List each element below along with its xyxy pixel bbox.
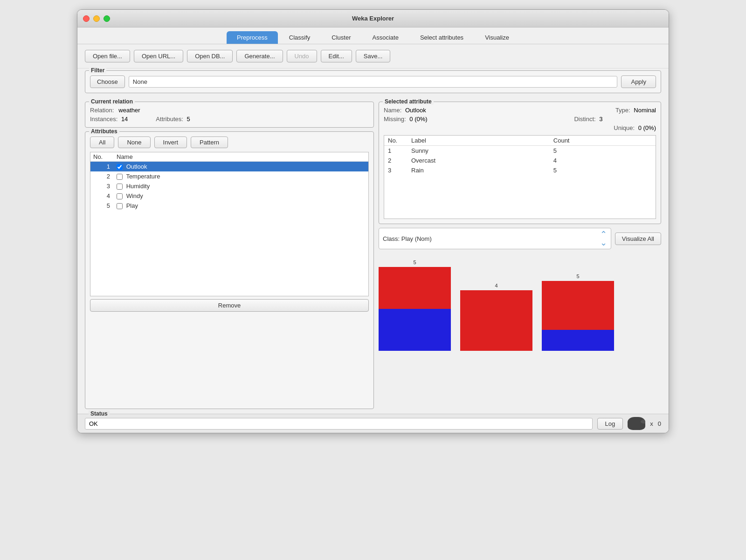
invert-button[interactable]: Invert	[154, 137, 187, 148]
instances-info: Instances: 14	[90, 116, 128, 123]
attr-type-info: Type: Nominal	[521, 107, 656, 114]
pattern-button[interactable]: Pattern	[191, 137, 228, 148]
values-col-count: Count	[550, 136, 656, 146]
attr-name-info: Name: Outlook	[384, 107, 519, 114]
tab-select-attributes[interactable]: Select attributes	[410, 31, 474, 44]
values-table-row: 2 Overcast 4	[384, 156, 656, 165]
values-table-row: 3 Rain 5	[384, 165, 656, 175]
attr-table-row[interactable]: 3 Humidity	[90, 181, 368, 191]
col-name-header: Name	[114, 152, 368, 162]
apply-button[interactable]: Apply	[621, 75, 656, 88]
open-url-button[interactable]: Open URL...	[134, 50, 183, 62]
attr-checkbox-3[interactable]	[117, 184, 123, 190]
toolbar: Open file... Open URL... Open DB... Gene…	[77, 44, 669, 68]
relation-label: Relation:	[90, 107, 114, 114]
edit-button[interactable]: Edit...	[321, 50, 352, 62]
tabs-bar: Preprocess Classify Cluster Associate Se…	[77, 27, 669, 44]
visualize-all-button[interactable]: Visualize All	[615, 232, 661, 245]
status-bar: Status OK Log x 0	[77, 414, 669, 433]
close-button[interactable]	[83, 15, 90, 22]
choose-button[interactable]: Choose	[90, 75, 125, 88]
tab-cluster[interactable]: Cluster	[321, 31, 361, 44]
chart-bar-group[interactable]: 5	[379, 260, 451, 351]
chart-count-label: 5	[576, 273, 579, 279]
maximize-button[interactable]	[104, 15, 110, 22]
selected-attr-box: Selected attribute Name: Outlook Type: N…	[379, 102, 661, 224]
attr-checkbox-5[interactable]	[117, 203, 123, 209]
class-selector-arrow: ⌃⌄	[600, 230, 607, 247]
generate-button[interactable]: Generate...	[236, 50, 283, 62]
attr-list-container: No. Name 1 Outlook 2 Temperature 3	[90, 152, 369, 296]
filter-legend: Filter	[89, 67, 106, 74]
tab-preprocess[interactable]: Preprocess	[227, 31, 278, 44]
attr-checkbox-2[interactable]	[117, 174, 123, 180]
undo-button[interactable]: Undo	[287, 50, 317, 62]
attributes-legend: Attributes	[89, 128, 119, 135]
open-db-button[interactable]: Open DB...	[187, 50, 233, 62]
current-relation-box: Current relation Relation: weather Insta…	[85, 102, 374, 128]
attr-distinct-info: Distinct: 3	[521, 116, 656, 123]
attr-table-row[interactable]: 4 Windy	[90, 191, 368, 201]
attr-meta-grid: Name: Outlook Type: Nominal Missing: 0 (…	[384, 107, 656, 131]
attributes-box: Attributes All None Invert Pattern No. N…	[85, 131, 374, 409]
minimize-button[interactable]	[93, 15, 100, 22]
bar-segment-red	[542, 281, 614, 330]
main-content: Current relation Relation: weather Insta…	[77, 97, 669, 414]
filter-value-display: None	[129, 76, 618, 88]
attr-table-row[interactable]: 1 Outlook	[90, 162, 368, 172]
log-button[interactable]: Log	[597, 418, 623, 430]
status-display: OK	[85, 418, 593, 430]
bar-segment-red	[460, 290, 532, 351]
right-panel: Selected attribute Name: Outlook Type: N…	[379, 102, 661, 409]
values-table: No. Label Count 1 Sunny 5 2 Overcast 4 3…	[384, 136, 656, 175]
stacked-bar[interactable]	[460, 290, 532, 351]
x-label: x	[650, 420, 653, 427]
bar-segment-blue	[542, 330, 614, 351]
attr-table-row[interactable]: 2 Temperature	[90, 171, 368, 181]
current-relation-legend: Current relation	[89, 98, 135, 105]
attr-checkbox-1[interactable]	[117, 164, 123, 170]
bar-segment-red	[379, 267, 451, 309]
selected-attr-legend: Selected attribute	[383, 98, 434, 105]
chart-bar-group[interactable]: 4	[460, 283, 532, 351]
chart-count-label: 4	[495, 283, 497, 288]
remove-button[interactable]: Remove	[90, 299, 369, 312]
attr-table-row[interactable]: 5 Play	[90, 201, 368, 211]
values-col-label: Label	[408, 136, 550, 146]
none-button[interactable]: None	[118, 137, 150, 148]
attr-table: No. Name 1 Outlook 2 Temperature 3	[90, 152, 368, 211]
chart-bar-group[interactable]: 5	[542, 273, 614, 351]
x-value: 0	[658, 420, 661, 427]
traffic-lights	[83, 15, 110, 22]
values-col-no: No.	[384, 136, 408, 146]
attr-buttons: All None Invert Pattern	[90, 137, 369, 148]
status-legend: Status	[89, 410, 110, 417]
all-button[interactable]: All	[90, 137, 114, 148]
filter-section: Filter Choose None Apply	[85, 70, 661, 93]
bar-segment-blue	[379, 309, 451, 351]
values-table-row: 1 Sunny 5	[384, 146, 656, 156]
tab-visualize[interactable]: Visualize	[475, 31, 519, 44]
attr-missing-info: Missing: 0 (0%)	[384, 116, 519, 123]
attr-checkbox-4[interactable]	[117, 193, 123, 199]
class-selector-wrapper[interactable]: Class: Play (Nom) ⌃⌄	[379, 228, 611, 249]
tab-associate[interactable]: Associate	[362, 31, 409, 44]
stacked-bar[interactable]	[542, 281, 614, 351]
save-button[interactable]: Save...	[356, 50, 390, 62]
relation-row2: Instances: 14 Attributes: 5	[90, 116, 369, 123]
chart-count-label: 5	[413, 260, 416, 265]
open-file-button[interactable]: Open file...	[85, 50, 130, 62]
filter-row: Choose None Apply	[90, 75, 656, 88]
titlebar: Weka Explorer	[77, 10, 669, 27]
attr-unique-info: Unique: 0 (0%)	[521, 124, 656, 131]
tab-classify[interactable]: Classify	[279, 31, 321, 44]
window-title: Weka Explorer	[352, 15, 394, 22]
class-selector-label: Class: Play (Nom)	[383, 235, 432, 242]
weka-bird-icon	[628, 417, 645, 430]
stacked-bar[interactable]	[379, 267, 451, 351]
status-value: OK	[89, 420, 98, 427]
relation-row1: Relation: weather	[90, 107, 369, 114]
charts-area: 545	[379, 253, 661, 355]
attributes-info: Attributes: 5	[156, 116, 190, 123]
col-no-header: No.	[90, 152, 114, 162]
